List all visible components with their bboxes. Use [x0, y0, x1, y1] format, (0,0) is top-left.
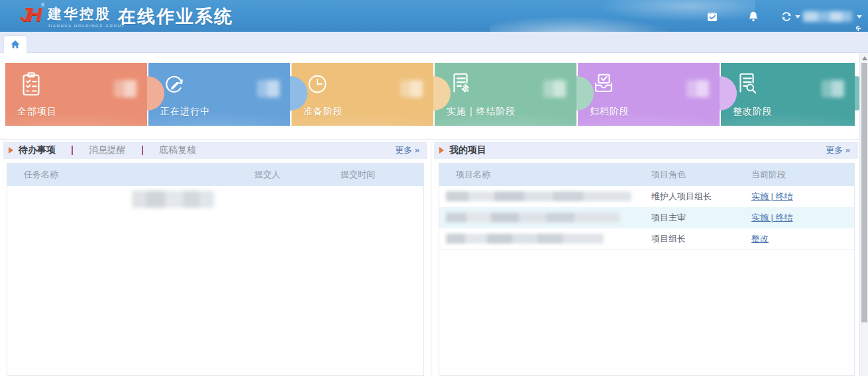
card-all-projects[interactable]: 全部项目: [5, 63, 147, 126]
todo-panel-titlebar: 待办事项 消息提醒 底稿复核 更多 »: [3, 142, 427, 159]
count-redacted: [400, 80, 423, 97]
project-role: 项目组长: [651, 228, 686, 250]
brand-block: 建华控股 JIANHUA HOLDINGS GROUP: [48, 5, 127, 28]
home-icon: [10, 39, 21, 50]
app-header: JH ® 建华控股 JIANHUA HOLDINGS GROUP 在线作业系统: [0, 0, 868, 32]
projects-more-link[interactable]: 更多 »: [826, 144, 850, 156]
count-redacted: [543, 80, 566, 97]
todo-table: 任务名称 提交人 提交时间: [7, 163, 424, 376]
divider: [0, 139, 859, 140]
projects-panel-titlebar: 我的项目 更多 »: [434, 142, 858, 159]
column-project-name: 项目名称: [456, 164, 490, 186]
tab-bar: [0, 32, 868, 53]
projects-table-header: 项目名称 项目角色 当前阶段: [439, 164, 854, 186]
column-task-name: 任务名称: [24, 164, 58, 186]
tab-message-reminder[interactable]: 消息提醒: [89, 144, 126, 156]
username-redacted[interactable]: [803, 11, 852, 22]
brand-name: 建华控股: [48, 5, 127, 23]
clipboard-list-icon: [17, 70, 45, 98]
vertical-scrollbar[interactable]: [859, 53, 868, 376]
tab-home[interactable]: [4, 36, 27, 53]
scrollbar-thumb[interactable]: [861, 63, 867, 322]
project-role: 维护人项目组长: [651, 186, 712, 207]
card-label: 整改阶段: [733, 106, 773, 118]
todo-table-header: 任务名称 提交人 提交时间: [7, 164, 423, 186]
tab-draft-review[interactable]: 底稿复核: [159, 144, 196, 156]
table-row[interactable]: 项目组长 整改: [439, 228, 854, 250]
chevron-down-icon[interactable]: [795, 15, 800, 19]
task-row-redacted[interactable]: [132, 191, 214, 208]
triangle-bullet-icon: [439, 147, 444, 154]
pencil-refresh-icon: [160, 70, 188, 98]
stage-link[interactable]: 实施 | 终结: [751, 207, 793, 228]
tab-separator: [142, 146, 143, 155]
card-label: 归档阶段: [590, 106, 629, 118]
archive-check-icon: [590, 70, 618, 98]
card-label: 正在进行中: [160, 106, 210, 118]
stage-link[interactable]: 实施 | 终结: [751, 186, 793, 207]
count-redacted: [114, 80, 136, 97]
refresh-icon[interactable]: [781, 11, 792, 23]
column-current-stage: 当前阶段: [751, 164, 786, 186]
registered-mark: ®: [41, 3, 44, 7]
card-implement-stage[interactable]: 实施 | 终结阶段: [435, 63, 576, 126]
project-name-redacted: [446, 234, 604, 244]
document-gavel-icon: [447, 70, 474, 98]
count-redacted: [686, 80, 709, 97]
scroll-up-arrow-icon[interactable]: [862, 56, 867, 60]
card-archive-stage[interactable]: 归档阶段: [578, 63, 720, 126]
panel-divider: [431, 142, 431, 376]
column-submit-time: 提交时间: [341, 164, 375, 186]
project-role: 项目主审: [651, 207, 686, 228]
triangle-bullet-icon: [9, 147, 13, 154]
projects-table: 项目名称 项目角色 当前阶段 维护人项目组长 实施 | 终结 项目主审 实施 |…: [439, 163, 855, 376]
projects-panel-title: 我的项目: [449, 144, 486, 156]
column-project-role: 项目角色: [651, 164, 686, 186]
card-label: 准备阶段: [303, 106, 343, 118]
tab-separator: [72, 146, 73, 155]
count-redacted: [822, 80, 844, 97]
page-title: 在线作业系统: [118, 5, 233, 28]
company-logo-icon: JH: [20, 3, 37, 26]
document-wrench-icon: [733, 70, 761, 98]
stage-link[interactable]: 整改: [751, 228, 769, 250]
project-name-redacted: [446, 212, 620, 222]
brand-subtitle: JIANHUA HOLDINGS GROUP: [48, 24, 127, 28]
todo-more-link[interactable]: 更多 »: [395, 144, 419, 156]
calendar-check-icon[interactable]: [706, 11, 718, 23]
projects-panel: 我的项目 更多 » 项目名称 项目角色 当前阶段 维护人项目组长 实施 | 终结…: [434, 142, 858, 376]
card-in-progress[interactable]: 正在进行中: [148, 63, 290, 126]
table-row[interactable]: 项目主审 实施 | 终结: [439, 207, 854, 228]
project-name-redacted: [446, 191, 631, 201]
todo-panel: 待办事项 消息提醒 底稿复核 更多 » 任务名称 提交人 提交时间: [3, 142, 427, 376]
bell-icon[interactable]: [747, 11, 759, 23]
column-submitter: 提交人: [254, 164, 280, 186]
count-redacted: [257, 80, 280, 97]
tab-todo-items[interactable]: 待办事项: [19, 144, 56, 156]
table-row[interactable]: 维护人项目组长 实施 | 终结: [439, 186, 854, 207]
card-label: 全部项目: [17, 106, 57, 118]
card-rectify-stage[interactable]: 整改阶段: [721, 63, 855, 126]
card-prepare-stage[interactable]: 准备阶段: [292, 63, 433, 126]
page: JH ® 建华控股 JIANHUA HOLDINGS GROUP 在线作业系统: [0, 0, 868, 376]
clock-icon: [303, 70, 331, 98]
user-chevron-down-icon[interactable]: [857, 15, 862, 19]
card-label: 实施 | 终结阶段: [447, 106, 515, 118]
